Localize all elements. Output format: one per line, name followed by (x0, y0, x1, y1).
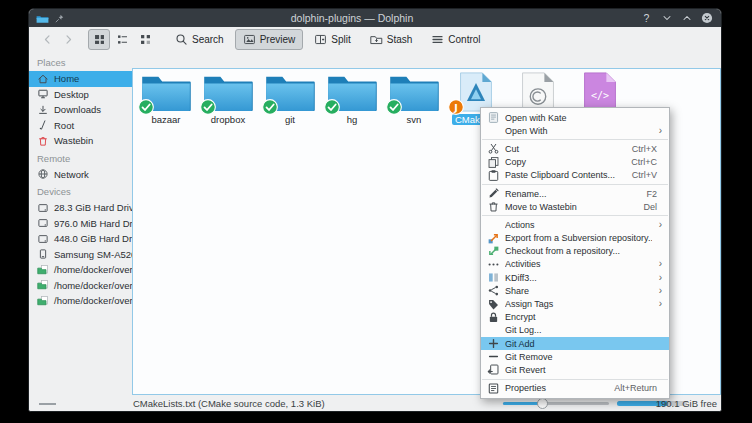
sidebar-item-icon (37, 73, 49, 85)
sidebar-item-home[interactable]: Home (29, 71, 132, 87)
menu-open-with[interactable]: Open With › (481, 124, 669, 137)
file-icon-area (573, 72, 627, 112)
submenu-arrow-icon: › (659, 126, 662, 136)
stash-button[interactable]: Stash (362, 29, 421, 50)
menu-item-icon-slot (487, 337, 500, 350)
compact-view-button[interactable] (134, 29, 156, 50)
menu-item-icon (487, 187, 500, 200)
sidebar-item-icon (37, 88, 49, 100)
menu-item-icon (487, 156, 500, 169)
sidebar-item-downloads[interactable]: Downloads (29, 102, 132, 118)
menu-item-icon (487, 111, 500, 124)
menu-activities[interactable]: Activities › (481, 258, 669, 271)
search-button[interactable]: Search (167, 29, 232, 50)
emblem-icon (138, 99, 154, 115)
devices-section-title: Devices (29, 182, 132, 200)
menu-item-label: Rename... (505, 189, 641, 199)
menu-item-icon (487, 337, 500, 350)
menu-item-icon-slot (487, 232, 500, 245)
file-icon (573, 72, 627, 112)
menu-item-icon-slot (487, 156, 500, 169)
free-space-label: 190.1 GiB free (656, 398, 717, 409)
menu-item-icon (487, 311, 500, 324)
control-label: Control (448, 34, 480, 45)
menu-assign-tags[interactable]: Assign Tags › (481, 297, 669, 310)
menu-item-icon-slot (487, 350, 500, 363)
maximize-button[interactable] (679, 11, 694, 26)
file-hg[interactable]: hg (321, 72, 383, 125)
details-view-button[interactable] (111, 29, 133, 50)
menu-share[interactable]: Share › (481, 284, 669, 297)
menu-item-icon (487, 363, 500, 376)
control-button[interactable]: Control (423, 29, 488, 50)
menu-item-icon-slot (487, 298, 500, 311)
menu-git-add[interactable]: Git Add (481, 337, 669, 350)
menu-item-label: Share (505, 286, 649, 296)
file-git[interactable]: git (259, 72, 321, 125)
menu-svn-export[interactable]: Export from a Subversion repository... (481, 232, 669, 245)
menu-item-label: Checkout from a repository... (505, 246, 652, 256)
menu-item-icon-slot (487, 311, 500, 324)
sidebar-item-label: 976.0 MiB Hard Drive (54, 218, 132, 229)
panel-grip[interactable] (39, 403, 56, 405)
menu-git-log[interactable]: Git Log... (481, 324, 669, 337)
search-label: Search (192, 34, 224, 45)
menu-paste[interactable]: Paste Clipboard Contents... Ctrl+V (481, 169, 669, 182)
file-svn[interactable]: svn (383, 72, 445, 125)
menu-item-icon-slot (487, 187, 500, 200)
sidebar-item-wastebin[interactable]: Wastebin (29, 133, 132, 149)
sidebar-item-label: /home/docker/overlay2/5 (54, 280, 132, 291)
back-button[interactable] (38, 31, 56, 49)
sidebar-item-root[interactable]: Root (29, 118, 132, 134)
file-label: dropbox (208, 114, 248, 125)
split-button[interactable]: Split (306, 29, 358, 50)
minimize-button[interactable] (659, 11, 674, 26)
forward-button[interactable] (59, 31, 77, 49)
menu-open-with-kate[interactable]: Open with Kate (481, 111, 669, 124)
preview-button[interactable]: Preview (235, 29, 304, 50)
menu-rename[interactable]: Rename... F2 (481, 187, 669, 200)
menu-item-shortcut: Alt+Return (614, 383, 657, 393)
menu-copy[interactable]: Copy Ctrl+C (481, 156, 669, 169)
sidebar-item-icon (37, 217, 49, 229)
menu-actions[interactable]: Actions › (481, 218, 669, 231)
menu-separator (482, 139, 668, 140)
sidebar-item-drive-976[interactable]: 976.0 MiB Hard Drive (29, 216, 132, 232)
places-section-title: Places (29, 53, 132, 71)
menu-encrypt[interactable]: Encrypt (481, 311, 669, 324)
menu-cut[interactable]: Cut Ctrl+X (481, 142, 669, 155)
file-bazaar[interactable]: bazaar (135, 72, 197, 125)
menu-item-icon-slot (487, 324, 500, 337)
devices-list: 28.3 GiB Hard Drive 976.0 MiB Hard Drive… (29, 200, 132, 309)
menu-properties[interactable]: Properties Alt+Return (481, 382, 669, 395)
menu-item-label: Cut (505, 144, 627, 154)
sidebar-item-label: 448.0 GiB Hard Drive (54, 233, 132, 244)
sidebar-item-network[interactable]: Network (29, 167, 132, 183)
sidebar-item-overlay-1[interactable]: /home/docker/overlay2/8 (29, 262, 132, 278)
help-button[interactable]: ? (639, 11, 654, 26)
file-icon-area (139, 72, 193, 112)
sidebar-item-drive-448[interactable]: 448.0 GiB Hard Drive (29, 231, 132, 247)
icons-view-button[interactable] (88, 29, 110, 50)
file-dropbox[interactable]: dropbox (197, 72, 259, 125)
sidebar-item-desktop[interactable]: Desktop (29, 87, 132, 103)
title-bar[interactable]: dolphin-plugins — Dolphin ? (29, 9, 721, 27)
sidebar-item-overlay-2[interactable]: /home/docker/overlay2/5 (29, 278, 132, 294)
sidebar-item-phone[interactable]: Samsung SM-A520F (29, 247, 132, 263)
chevron-right-icon (62, 33, 75, 46)
places-list: Home Desktop Downloads Root Wast (29, 71, 132, 149)
menu-git-remove[interactable]: Git Remove (481, 350, 669, 363)
menu-svn-checkout[interactable]: Checkout from a repository... (481, 245, 669, 258)
sidebar-item-drive-28[interactable]: 28.3 GiB Hard Drive (29, 200, 132, 216)
chevron-left-icon (41, 33, 54, 46)
sidebar-item-overlay-3[interactable]: /home/docker/overlay2/5 (29, 293, 132, 309)
menu-git-revert[interactable]: Git Revert (481, 363, 669, 376)
menu-move-to-wastebin[interactable]: Move to Wastebin Del (481, 200, 669, 213)
preview-icon (243, 33, 256, 46)
menu-kdiff3[interactable]: KDiff3... › (481, 271, 669, 284)
menu-separator (482, 184, 668, 185)
sidebar-item-icon (37, 264, 49, 276)
close-button[interactable] (699, 11, 714, 26)
menu-item-icon-slot (487, 124, 500, 137)
zoom-slider-handle[interactable] (537, 398, 548, 409)
